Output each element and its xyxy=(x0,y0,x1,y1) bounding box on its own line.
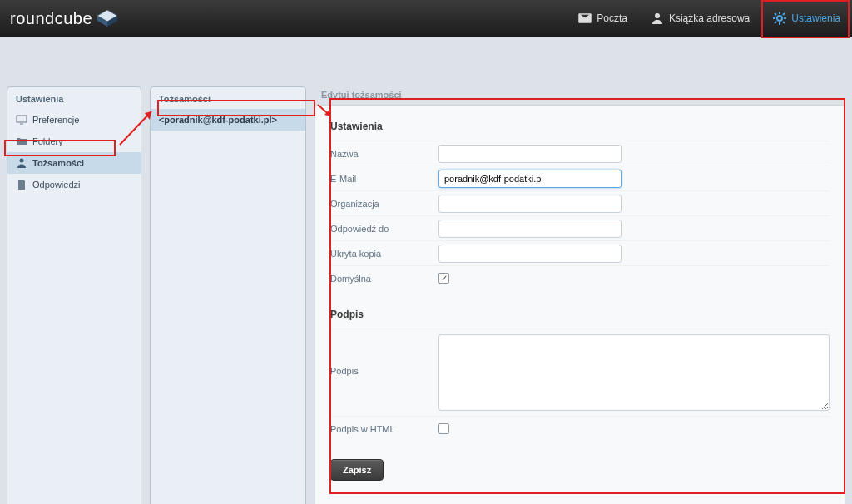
input-replyto[interactable] xyxy=(438,220,622,238)
label-default: Domyślna xyxy=(330,274,438,284)
identity-item[interactable]: <poradnik@kdf-podatki.pl> xyxy=(151,109,305,131)
sidebar-item-preferences[interactable]: Preferencje xyxy=(7,109,141,131)
row-name: Nazwa xyxy=(330,141,830,166)
sidebar-item-label: Tożsamości xyxy=(32,158,84,168)
row-replyto: Odpowiedź do xyxy=(330,215,830,240)
identities-list: Tożsamości <poradnik@kdf-podatki.pl> xyxy=(150,86,306,504)
label-org: Organizacja xyxy=(330,199,438,209)
settings-sidebar: Ustawienia Preferencje Foldery Tożsamośc… xyxy=(7,86,141,504)
input-org[interactable] xyxy=(438,195,622,213)
row-sig-html: Podpis w HTML xyxy=(330,416,830,441)
checkbox-sig-html[interactable] xyxy=(438,423,449,434)
input-email[interactable] xyxy=(438,170,622,188)
input-bcc[interactable] xyxy=(438,245,622,263)
identities-title: Tożsamości xyxy=(151,87,305,109)
label-email: E-Mail xyxy=(330,174,438,184)
nav-mail[interactable]: Poczta xyxy=(567,0,639,37)
svg-line-12 xyxy=(775,22,776,23)
editor-title: Edytuj tożsamości xyxy=(315,86,845,105)
row-bcc: Ukryta kopia xyxy=(330,240,830,265)
input-name[interactable] xyxy=(438,145,622,163)
editor-box: Ustawienia Nazwa E-Mail Organizacja Odpo… xyxy=(315,105,845,504)
sidebar-item-identities[interactable]: Tożsamości xyxy=(7,152,141,174)
label-bcc: Ukryta kopia xyxy=(330,249,438,259)
svg-line-11 xyxy=(783,22,785,23)
app-logo: roundcube xyxy=(10,8,119,28)
nav-addressbook[interactable]: Książka adresowa xyxy=(639,0,761,37)
row-org: Organizacja xyxy=(330,190,830,215)
svg-line-13 xyxy=(783,13,785,15)
mail-icon xyxy=(578,12,592,25)
save-button[interactable]: Zapisz xyxy=(330,459,384,481)
sidebar-title: Ustawienia xyxy=(7,87,141,109)
nav-mail-label: Poczta xyxy=(597,12,627,24)
section-settings-title: Ustawienia xyxy=(330,121,830,132)
document-icon xyxy=(16,179,27,190)
roundcube-logo-icon xyxy=(96,8,119,28)
sidebar-item-folders[interactable]: Foldery xyxy=(7,131,141,152)
svg-rect-18 xyxy=(17,116,27,122)
row-default: Domyślna ✓ xyxy=(330,265,830,290)
gear-icon xyxy=(773,12,786,25)
row-signature: Podpis xyxy=(330,329,830,416)
svg-point-4 xyxy=(655,13,660,18)
identity-editor: Edytuj tożsamości Ustawienia Nazwa E-Mai… xyxy=(315,86,845,504)
nav-settings-label: Ustawienia xyxy=(791,12,840,24)
sidebar-item-label: Foldery xyxy=(32,136,63,146)
nav-settings[interactable]: Ustawienia xyxy=(761,0,852,37)
svg-point-20 xyxy=(20,159,24,163)
section-signature-title: Podpis xyxy=(330,309,830,320)
row-email: E-Mail xyxy=(330,166,830,190)
svg-line-10 xyxy=(775,13,776,15)
brand-text: roundcube xyxy=(10,9,92,28)
textarea-signature[interactable] xyxy=(438,334,830,411)
identity-item-label: <poradnik@kdf-podatki.pl> xyxy=(159,115,277,125)
person-icon xyxy=(16,157,27,169)
monitor-icon xyxy=(16,114,27,126)
label-replyto: Odpowiedź do xyxy=(330,224,438,234)
label-sig-html: Podpis w HTML xyxy=(330,424,438,434)
svg-point-5 xyxy=(777,16,782,21)
folder-icon xyxy=(16,136,27,147)
top-bar: roundcube Poczta Książka adresowa Ustawi… xyxy=(0,0,852,37)
main-area: Ustawienia Preferencje Foldery Tożsamośc… xyxy=(0,37,852,504)
top-nav: Poczta Książka adresowa Ustawienia xyxy=(567,0,852,37)
sidebar-item-responses[interactable]: Odpowiedzi xyxy=(7,174,141,195)
label-signature: Podpis xyxy=(330,334,438,376)
sidebar-item-label: Preferencje xyxy=(32,115,79,125)
label-name: Nazwa xyxy=(330,149,438,159)
person-icon xyxy=(651,12,664,25)
sidebar-item-label: Odpowiedzi xyxy=(32,180,80,190)
checkbox-default[interactable]: ✓ xyxy=(438,273,449,284)
nav-addressbook-label: Książka adresowa xyxy=(669,12,750,24)
